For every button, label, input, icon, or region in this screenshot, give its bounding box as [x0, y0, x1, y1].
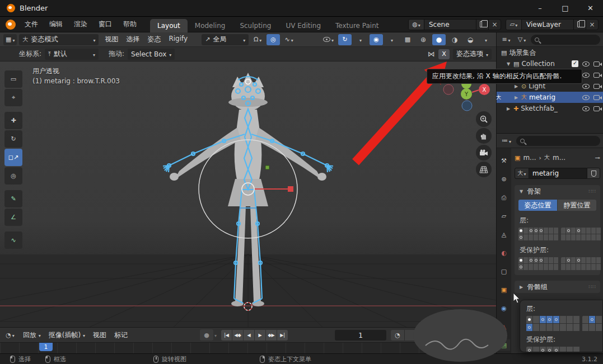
- layer-toggle[interactable]: [539, 264, 543, 270]
- view-layer-name[interactable]: ViewLayer: [522, 21, 573, 29]
- layer-toggle[interactable]: [554, 234, 558, 240]
- view-menu[interactable]: 视图: [89, 328, 110, 342]
- mode-dropdown[interactable]: 大 姿态模式: [19, 34, 99, 45]
- layer-toggle[interactable]: [561, 228, 565, 234]
- play-reverse-button[interactable]: ◀: [244, 330, 254, 341]
- camera-restrict-icon[interactable]: [593, 73, 600, 78]
- layer-toggle[interactable]: [529, 234, 533, 240]
- eye-icon[interactable]: [582, 106, 590, 111]
- layer-toggle[interactable]: [573, 324, 579, 331]
- viewport-menu-item[interactable]: 姿态: [143, 32, 165, 46]
- layer-toggle[interactable]: [582, 316, 588, 323]
- layer-toggle[interactable]: [546, 347, 553, 352]
- menu-item[interactable]: 编辑: [44, 17, 68, 31]
- camera-restrict-icon[interactable]: [593, 95, 600, 100]
- layer-toggle[interactable]: [573, 347, 579, 352]
- layer-toggle[interactable]: [546, 316, 553, 323]
- viewport-menu-item[interactable]: 视图: [101, 32, 122, 46]
- popup-protected-widget[interactable]: [526, 347, 602, 352]
- pin-icon[interactable]: ⊸: [595, 155, 600, 161]
- layer-toggle[interactable]: [539, 234, 543, 240]
- collection-checkbox[interactable]: [572, 60, 578, 67]
- layer-toggle[interactable]: [591, 228, 596, 234]
- layer-toggle[interactable]: [526, 324, 532, 331]
- menu-item[interactable]: 窗口: [93, 17, 118, 31]
- scene-name[interactable]: Scene: [424, 21, 476, 29]
- playhead[interactable]: 1: [39, 343, 53, 351]
- layer-toggle[interactable]: [523, 264, 528, 270]
- workspace-tab[interactable]: Sculpting: [232, 19, 278, 32]
- blender-app-menu-icon[interactable]: [6, 20, 16, 30]
- layer-toggle[interactable]: [554, 264, 558, 270]
- maximize-button[interactable]: □: [553, 0, 578, 17]
- layer-toggle[interactable]: [560, 316, 566, 323]
- protected-block-1[interactable]: [518, 257, 558, 270]
- layer-toggle[interactable]: [576, 234, 581, 240]
- fake-user-button[interactable]: [587, 168, 600, 179]
- layer-toggle[interactable]: [544, 228, 548, 234]
- layer-toggle[interactable]: [576, 257, 581, 263]
- outliner-row-collection[interactable]: ▼ ▤ Collection: [497, 58, 603, 69]
- workspace-tab[interactable]: Texture Paint: [328, 19, 385, 32]
- tab-output-properties[interactable]: ⎙: [498, 192, 510, 203]
- gizmos-dropdown[interactable]: [354, 34, 367, 45]
- jump-to-start-button[interactable]: |◀: [221, 330, 232, 341]
- layer-toggle[interactable]: [534, 234, 538, 240]
- close-button[interactable]: ✕: [578, 0, 603, 17]
- menu-item[interactable]: 渲染: [68, 17, 93, 31]
- menu-item[interactable]: 文件: [19, 17, 44, 31]
- grip-dots-icon[interactable]: ∷∷: [589, 284, 596, 290]
- tool-annotate[interactable]: ✎: [4, 190, 22, 207]
- gizmo-neg-x-ball[interactable]: [443, 84, 454, 94]
- pose-position-button[interactable]: 姿态位置: [518, 200, 557, 211]
- view-layer-new-button[interactable]: [573, 20, 586, 30]
- properties-type-button[interactable]: ≔: [499, 135, 513, 146]
- view-layer-remove-button[interactable]: ×: [586, 20, 598, 30]
- layer-toggle[interactable]: [534, 264, 538, 270]
- breadcrumb-object[interactable]: m...: [523, 154, 536, 162]
- bone-groups-panel-header[interactable]: ▶ 骨骼组 ∷∷: [515, 281, 600, 293]
- layer-toggle[interactable]: [549, 264, 553, 270]
- expand-icon[interactable]: ▼: [506, 62, 511, 67]
- tab-tool-properties[interactable]: ⚒: [498, 155, 510, 166]
- layer-toggle[interactable]: [540, 324, 546, 331]
- layer-toggle[interactable]: [539, 257, 543, 263]
- marker-menu[interactable]: 标记: [110, 328, 132, 342]
- gizmos-toggle[interactable]: ↻: [338, 34, 352, 45]
- layer-toggle[interactable]: [533, 324, 539, 331]
- layer-toggle[interactable]: [554, 257, 558, 263]
- snap-toggle[interactable]: Ω: [251, 34, 264, 45]
- auto-key-button[interactable]: ●: [200, 329, 213, 341]
- layer-toggle[interactable]: [554, 228, 558, 234]
- layer-toggle[interactable]: [544, 257, 548, 263]
- shading-rendered-button[interactable]: ◒: [464, 34, 477, 45]
- prev-keyframe-button[interactable]: ◀◆: [232, 330, 243, 341]
- tab-collection-properties[interactable]: ▢: [498, 266, 510, 277]
- eye-icon[interactable]: [582, 62, 590, 67]
- layers-block-2[interactable]: [561, 228, 601, 240]
- outliner-row-scene-collection[interactable]: ▤ 场景集合: [497, 47, 603, 58]
- tab-render-properties[interactable]: ⊚: [498, 173, 510, 185]
- editor-type-button[interactable]: ▦: [3, 34, 17, 45]
- outliner-type-button[interactable]: ≡: [499, 34, 513, 45]
- layer-toggle[interactable]: [561, 234, 565, 240]
- layer-toggle[interactable]: [553, 324, 559, 331]
- tool-rotate[interactable]: ↻: [4, 130, 22, 148]
- ortho-toggle-button[interactable]: [476, 162, 492, 177]
- layer-toggle[interactable]: [589, 324, 595, 331]
- gizmo-neg-z-ball[interactable]: [462, 101, 472, 111]
- zoom-button[interactable]: [476, 111, 492, 127]
- tool-move[interactable]: ✚: [4, 112, 22, 129]
- layer-toggle[interactable]: [518, 257, 523, 263]
- viewport-menu-item[interactable]: 选择: [122, 32, 143, 46]
- eye-icon[interactable]: [582, 73, 590, 78]
- layer-toggle[interactable]: [571, 234, 576, 240]
- armature-name-field[interactable]: metarig: [529, 168, 587, 179]
- outliner-row-metarig[interactable]: 大 ▶ 大 metarig: [497, 92, 603, 103]
- layer-toggle[interactable]: [586, 257, 591, 263]
- layer-toggle[interactable]: [596, 228, 601, 234]
- shading-material-button[interactable]: ◑: [448, 34, 461, 45]
- popup-layers-widget[interactable]: [526, 316, 602, 331]
- minimize-button[interactable]: –: [527, 0, 553, 17]
- layer-toggle[interactable]: [546, 324, 553, 331]
